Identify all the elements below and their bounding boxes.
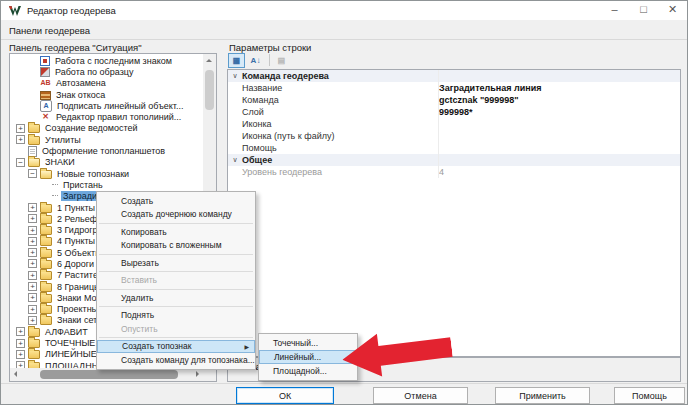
- property-grid-toolbar: ▦A↓▤: [228, 52, 292, 68]
- categorized-view-button[interactable]: ▦: [228, 53, 245, 68]
- tree-item[interactable]: Подписать линейный объект...: [10, 100, 203, 111]
- tree-item[interactable]: Редактор правил тополиний...: [10, 111, 203, 122]
- scroll-left-icon[interactable]: [14, 371, 17, 377]
- folder-icon: [28, 350, 40, 359]
- expand-plus-icon[interactable]: +: [16, 327, 25, 336]
- minimize-button[interactable]: –: [600, 1, 629, 20]
- context-menu-item[interactable]: Создать дочернюю команду: [97, 208, 255, 222]
- property-name: Помощь: [228, 143, 439, 153]
- tree-item[interactable]: +Создание ведомостей: [10, 123, 203, 134]
- tree-item-label: ТОЧЕЧНЫЕ: [43, 338, 97, 348]
- submenu-item[interactable]: Точечный...: [259, 336, 357, 350]
- tree-item-label: ЛИНЕЙНЫЕ: [43, 349, 99, 359]
- property-value[interactable]: gctcznak "999998": [439, 95, 519, 105]
- help-button[interactable]: Помощь: [614, 387, 685, 404]
- context-menu-item[interactable]: Создать топознак▶: [97, 340, 255, 354]
- tree-item[interactable]: Работа по образцу: [10, 66, 203, 77]
- horizontal-scroll-thumb[interactable]: [40, 370, 178, 379]
- menu-panels[interactable]: Панели геодерева: [1, 22, 98, 39]
- expand-plus-icon[interactable]: +: [16, 339, 25, 348]
- cmd-last-icon: [40, 56, 50, 66]
- tree-item-label: Пристань: [61, 180, 105, 190]
- cancel-button[interactable]: Отмена: [373, 387, 468, 404]
- menu-separator: [99, 271, 253, 272]
- cmd-slope-icon: [40, 91, 51, 100]
- tree-item[interactable]: Знак откоса: [10, 89, 203, 100]
- tree-item[interactable]: Работа с последним знаком: [10, 55, 203, 66]
- alphabetical-sort-button[interactable]: A↓: [247, 53, 264, 68]
- expand-plus-icon[interactable]: +: [28, 214, 37, 223]
- apply-button[interactable]: Применить: [495, 387, 590, 404]
- chevron-down-icon: ∨: [228, 156, 242, 164]
- expand-plus-icon[interactable]: +: [28, 237, 37, 246]
- context-menu-item-label: Поднять: [121, 310, 154, 320]
- property-category[interactable]: ∨Команда геодерева: [228, 70, 680, 82]
- tree-item[interactable]: −ЗНАКИ: [10, 157, 203, 168]
- tree-item-label: Редактор правил тополиний...: [54, 112, 183, 122]
- folder-icon: [40, 283, 52, 292]
- property-category[interactable]: ∨Общее: [228, 154, 680, 166]
- cmd-auto-icon: [40, 78, 51, 88]
- folder-icon: [28, 328, 40, 337]
- expand-plus-icon[interactable]: +: [28, 226, 37, 235]
- expand-plus-icon[interactable]: +: [16, 350, 25, 359]
- context-menu-item-label: Создать топознак: [122, 341, 191, 351]
- context-menu-item[interactable]: Копировать: [97, 225, 255, 239]
- property-row: Слой999998*: [228, 106, 680, 118]
- close-button[interactable]: ✕: [658, 1, 687, 20]
- expand-plus-icon[interactable]: +: [28, 271, 37, 280]
- tree-item-label: Работа по образцу: [53, 67, 135, 77]
- expand-plus-icon[interactable]: +: [16, 361, 25, 368]
- tree-item[interactable]: Автозамена: [10, 78, 203, 89]
- property-category-label: Общее: [242, 155, 272, 165]
- ok-button[interactable]: ОК: [236, 387, 334, 404]
- cmd-sample-icon: [40, 67, 50, 77]
- expand-plus-icon[interactable]: +: [28, 259, 37, 268]
- folder-icon: [40, 305, 52, 314]
- expand-minus-icon[interactable]: −: [28, 169, 37, 178]
- tree-connector: [52, 195, 58, 197]
- property-name: Уровень геодерева: [228, 167, 439, 177]
- scroll-up-icon[interactable]: [206, 59, 212, 62]
- folder-icon: [40, 204, 52, 213]
- vertical-scroll-thumb[interactable]: [205, 70, 214, 110]
- property-value[interactable]: 4: [439, 167, 444, 177]
- tree-connector: [52, 184, 58, 186]
- context-menu-item[interactable]: Создать команду для топознака...: [97, 353, 255, 367]
- context-menu-item[interactable]: Создать: [97, 194, 255, 208]
- tree-item[interactable]: −Новые топознаки: [10, 168, 203, 179]
- context-menu-item[interactable]: Удалить: [97, 291, 255, 305]
- context-menu-item[interactable]: Копировать с вложенным: [97, 239, 255, 253]
- property-value[interactable]: 999998*: [439, 107, 473, 117]
- cmd-label-icon: [40, 100, 52, 112]
- context-menu-item-label: Создать: [121, 196, 153, 206]
- folder-icon: [40, 260, 52, 269]
- expand-plus-icon[interactable]: +: [16, 124, 25, 133]
- scroll-right-icon[interactable]: [196, 371, 199, 377]
- expand-plus-icon[interactable]: +: [28, 293, 37, 302]
- tree-horizontal-scrollbar[interactable]: [10, 368, 203, 381]
- tree-item[interactable]: Пристань: [10, 179, 203, 190]
- maximize-button[interactable]: □: [629, 1, 658, 20]
- tree-item[interactable]: Оформление топопланшетов: [10, 145, 203, 156]
- property-value[interactable]: Заградительная линия: [439, 83, 541, 93]
- expand-plus-icon[interactable]: +: [28, 203, 37, 212]
- expand-plus-icon[interactable]: +: [16, 135, 25, 144]
- submenu-item-label: Площадной...: [273, 366, 327, 376]
- folder-icon: [40, 271, 52, 280]
- menu-separator: [99, 223, 253, 224]
- submenu-item[interactable]: Линейный...: [259, 350, 357, 364]
- expand-plus-icon[interactable]: +: [28, 305, 37, 314]
- context-menu-item-label: Вставить: [121, 275, 157, 285]
- expand-plus-icon[interactable]: +: [28, 282, 37, 291]
- expand-minus-icon[interactable]: −: [16, 158, 25, 167]
- context-menu-item[interactable]: Поднять: [97, 309, 255, 323]
- expand-plus-icon[interactable]: +: [28, 248, 37, 257]
- expand-plus-icon[interactable]: +: [28, 316, 37, 325]
- submenu-item[interactable]: Площадной...: [259, 364, 357, 378]
- tree-item[interactable]: +Утилиты: [10, 134, 203, 145]
- context-menu-item[interactable]: Вырезать: [97, 256, 255, 270]
- left-panel-title: Панель геодерева "Ситуация": [9, 42, 142, 53]
- property-name: Иконка (путь к файлу): [228, 131, 439, 141]
- doc-icon: [28, 146, 37, 157]
